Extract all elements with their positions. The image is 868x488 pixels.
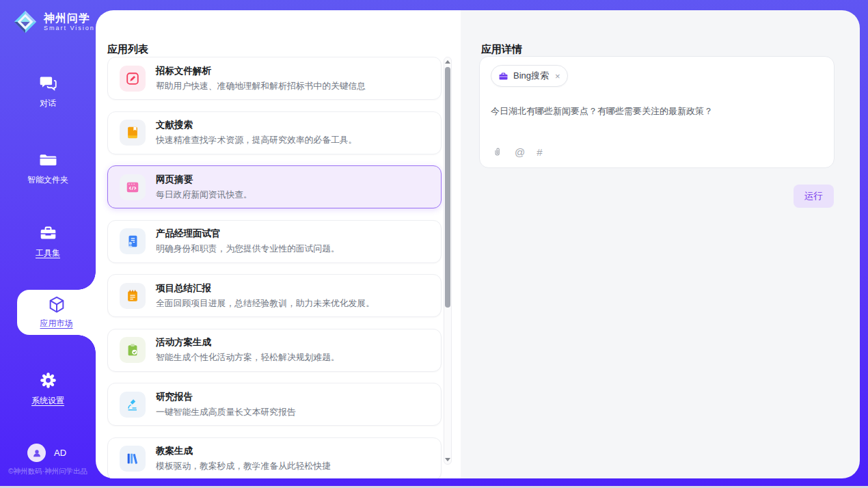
mention-icon[interactable]: @: [515, 147, 525, 157]
run-button[interactable]: 运行: [794, 185, 834, 208]
doc-edit-icon: [120, 66, 146, 92]
app-card-web-summary[interactable]: 网页摘要 每日政府新闻资讯快查。: [107, 165, 442, 208]
app-card-name: 项目总结汇报: [156, 282, 375, 295]
app-card-name: 文献搜索: [156, 119, 357, 131]
brand-logo-icon: [12, 9, 38, 35]
chat-icon: [39, 74, 57, 92]
brand-logo: 神州问学 Smart Vision: [12, 9, 95, 35]
app-card-desc: 快速精准查找学术资源，提高研究效率的必备工具。: [156, 135, 357, 146]
notepad-icon: [120, 283, 146, 309]
app-card-name: 活动方案生成: [156, 336, 340, 349]
copyright-text: ©神州数码·神州问学出品: [0, 467, 96, 476]
browser-code-icon: [120, 174, 146, 200]
user-account[interactable]: AD: [27, 444, 66, 462]
gear-icon: [39, 371, 57, 390]
scrollbar[interactable]: [444, 57, 452, 465]
sidebar-item-label: 智能文件夹: [27, 174, 68, 186]
app-detail-title: 应用详情: [481, 43, 522, 56]
microscope-icon: [120, 392, 146, 418]
chip-close-icon[interactable]: ×: [555, 72, 560, 81]
app-card-desc: 每日政府新闻资讯快查。: [156, 189, 252, 201]
app-card-lesson-plan[interactable]: 教案生成 模板驱动，教案秒成，教学准备从此轻松快捷: [107, 437, 442, 479]
app-card-bid-analysis[interactable]: 招标文件解析 帮助用户快速、准确地理解和解析招标书中的关键信息: [107, 57, 442, 100]
sidebar-item-label: 工具集: [36, 247, 60, 259]
app-window: 神州问学 Smart Vision 对话 智能文件夹 工具: [0, 0, 868, 488]
book-icon: [120, 120, 146, 146]
sidebar-item-settings[interactable]: 系统设置: [0, 371, 96, 407]
brand-name: 神州问学: [44, 12, 95, 25]
app-card-desc: 全面回顾项目进展，总结经验教训，助力未来优化发展。: [156, 298, 375, 310]
query-text[interactable]: 今日湖北有哪些新闻要点？有哪些需要关注的最新政策？: [491, 105, 823, 118]
sidebar-item-label: 对话: [40, 98, 56, 109]
sidebar-item-app-market[interactable]: 应用市场: [17, 290, 96, 335]
app-card-list: 招标文件解析 帮助用户快速、准确地理解和解析招标书中的关键信息 文献搜索: [107, 57, 442, 478]
app-card-project-summary[interactable]: 项目总结汇报 全面回顾项目进展，总结经验教训，助力未来优化发展。: [107, 274, 442, 317]
app-list-title: 应用列表: [107, 43, 148, 56]
brand-subtitle: Smart Vision: [44, 25, 95, 31]
toolbox-icon: [39, 223, 57, 242]
tool-chip-label: Bing搜索: [513, 70, 549, 82]
app-card-desc: 智能生成个性化活动方案，轻松解决规划难题。: [156, 352, 340, 364]
prompt-input[interactable]: Bing搜索 × 今日湖北有哪些新闻要点？有哪些需要关注的最新政策？ @ #: [479, 56, 835, 168]
app-card-pm-interviewer[interactable]: 产品经理面试官 明确身份和职责，为您提供专业性的面试问题。: [107, 220, 442, 263]
app-card-research-report[interactable]: 研究报告 一键智能生成高质量长文本研究报告: [107, 383, 442, 426]
app-card-name: 网页摘要: [156, 174, 252, 186]
books-icon: [120, 446, 146, 472]
resume-icon: [120, 228, 146, 254]
sidebar: 神州问学 Smart Vision 对话 智能文件夹 工具: [0, 0, 96, 486]
sidebar-item-label: 应用市场: [40, 318, 73, 329]
person-icon: [31, 448, 42, 459]
app-card-event-plan[interactable]: 活动方案生成 智能生成个性化活动方案，轻松解决规划难题。: [107, 329, 442, 372]
hash-icon[interactable]: #: [537, 147, 542, 157]
sidebar-item-chat[interactable]: 对话: [0, 74, 96, 109]
main-content: 应用列表 招标文件解析 帮助用户快速、准确地理解和解析招标书中的关键信息: [96, 10, 860, 478]
briefcase-icon: [498, 71, 508, 81]
composer-toolbar: @ #: [492, 146, 543, 158]
app-card-name: 教案生成: [156, 445, 331, 457]
clipboard-check-icon: [120, 337, 146, 363]
app-card-name: 产品经理面试官: [156, 228, 340, 240]
folder-icon: [39, 150, 57, 169]
scroll-down-icon[interactable]: [445, 458, 450, 461]
paperclip-icon[interactable]: [492, 146, 503, 158]
app-card-desc: 明确身份和职责，为您提供专业性的面试问题。: [156, 243, 340, 255]
app-card-name: 招标文件解析: [156, 65, 366, 77]
sidebar-item-toolset[interactable]: 工具集: [0, 223, 96, 259]
app-card-desc: 帮助用户快速、准确地理解和解析招标书中的关键信息: [156, 81, 366, 92]
tool-chip-bing[interactable]: Bing搜索 ×: [491, 65, 568, 87]
sidebar-item-smart-folder[interactable]: 智能文件夹: [0, 150, 96, 186]
app-card-desc: 一键智能生成高质量长文本研究报告: [156, 407, 296, 418]
app-card-desc: 模板驱动，教案秒成，教学准备从此轻松快捷: [156, 461, 331, 472]
app-list-panel: 应用列表 招标文件解析 帮助用户快速、准确地理解和解析招标书中的关键信息: [96, 10, 461, 478]
scroll-up-icon[interactable]: [445, 60, 450, 64]
app-card-name: 研究报告: [156, 391, 296, 403]
user-initials: AD: [54, 448, 66, 458]
app-detail-body: Bing搜索 × 今日湖北有哪些新闻要点？有哪些需要关注的最新政策？ @ # 运…: [479, 56, 835, 208]
sidebar-item-label: 系统设置: [31, 395, 64, 407]
avatar: [27, 444, 46, 462]
app-detail-panel: 应用详情 Bing搜索 × 今日湖北有哪些新闻要点？有哪些需要关注的最新政策？: [461, 10, 860, 478]
cube-icon: [47, 295, 66, 314]
scrollbar-thumb[interactable]: [445, 67, 450, 308]
app-card-literature-search[interactable]: 文献搜索 快速精准查找学术资源，提高研究效率的必备工具。: [107, 111, 442, 154]
